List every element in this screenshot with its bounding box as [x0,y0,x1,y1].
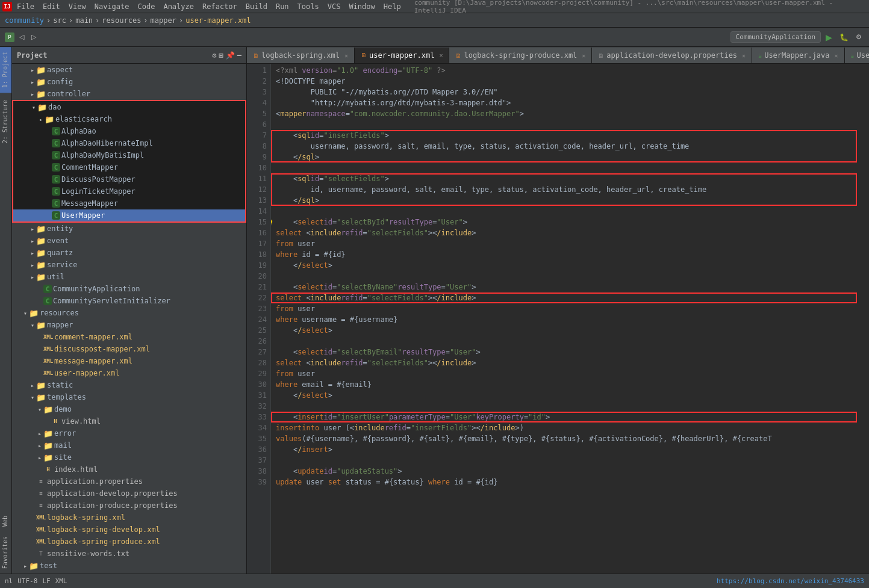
sidebar-item-quartz[interactable]: ▸📁quartz [12,247,246,259]
sidebar-item-mapper[interactable]: ▾📁mapper [12,319,246,331]
code-line-38[interactable]: <update id="updateStatus"> [276,466,869,477]
sidebar-content[interactable]: ▸📁aspect▸📁config▸📁controller▾📁dao▸📁elast… [12,64,246,574]
breadcrumb-main[interactable]: main [75,16,93,25]
sidebar-item-discusspost-mapper-xml[interactable]: XMLdiscusspost-mapper.xml [12,343,246,355]
menu-run[interactable]: Run [272,1,293,12]
sidebar-item-view-html[interactable]: Hview.html [12,415,246,427]
code-line-4[interactable]: "http://mybatis.org/dtd/mybatis-3-mapper… [276,97,869,108]
code-line-2[interactable]: <!DOCTYPE mapper [276,76,869,87]
sidebar-item-dao[interactable]: ▾📁dao [13,101,245,113]
menu-analyze[interactable]: Analyze [160,1,198,12]
tab-close-application-develop[interactable]: ✕ [742,52,746,59]
sidebar-item-alphadaomybatisimpl[interactable]: CAlphaDaoMyBatisImpl [13,149,245,161]
code-line-27[interactable]: <select id="selectByEmail" resultType="U… [276,347,869,357]
toolbar-back-btn[interactable]: ◁ [17,32,26,42]
sidebar-item-application-properties[interactable]: ≡application.properties [12,475,246,487]
sidebar-item-templates[interactable]: ▾📁templates [12,391,246,403]
code-line-15[interactable]: <select id="selectById" resultType="User… [276,217,869,227]
menu-vcs[interactable]: VCS [324,1,344,12]
tab-close-usermapper-java[interactable]: ✕ [835,52,838,59]
sidebar-pin-icon[interactable]: 📌 [226,51,235,60]
menu-refactor[interactable]: Refactor [199,1,241,12]
bulb-icon[interactable]: 💡 [271,218,274,229]
sidebar-item-logback-spring-xml[interactable]: XMLlogback-spring.xml [12,512,246,524]
sidebar-item-demo[interactable]: ▾📁demo [12,403,246,415]
sidebar-item-aspect[interactable]: ▸📁aspect [12,64,246,76]
tab-logback-spring[interactable]: 🗎 logback-spring.xml ✕ [247,48,355,63]
code-line-21[interactable]: <select id="selectByName" resultType="Us… [276,282,869,292]
sidebar-item-loginticketmapper[interactable]: CLoginTicketMapper [13,185,245,197]
code-line-31[interactable]: </select> [276,390,869,401]
code-line-32[interactable] [276,401,869,412]
code-line-14[interactable] [276,206,869,217]
sidebar-item-mail[interactable]: ▸📁mail [12,439,246,451]
tab-logback-produce[interactable]: 🗎 logback-spring-produce.xml ✕ [449,48,592,63]
code-line-29[interactable]: from user [276,368,869,379]
code-line-20[interactable] [276,271,869,282]
code-line-5[interactable]: <mapper namespace="com.nowcoder.communit… [276,108,869,119]
code-line-16[interactable]: select <include refid="selectFields"></i… [276,227,869,238]
sidebar-item-resources[interactable]: ▾📁resources [12,307,246,319]
sidebar-gear-icon[interactable]: ⚙ [212,51,216,60]
breadcrumb-file[interactable]: user-mapper.xml [185,16,251,25]
menu-edit[interactable]: Edit [39,1,64,12]
sidebar-item-controller[interactable]: ▸📁controller [12,88,246,100]
breadcrumb-src[interactable]: src [53,16,66,25]
sidebar-item-sensitive-words-txt[interactable]: Tsensitive-words.txt [12,548,246,560]
sidebar-layout-icon[interactable]: ⊞ [219,51,223,60]
debug-btn[interactable]: 🐛 [837,32,851,43]
code-line-24[interactable]: where username = #{username} [276,314,869,325]
code-area[interactable]: 1234567891011121314151617181920212223242… [247,64,869,574]
code-line-8[interactable]: username, password, salt, email, type, s… [276,141,869,152]
code-line-10[interactable] [276,162,869,173]
sidebar-item-event[interactable]: ▸📁event [12,235,246,247]
sidebar-item-site[interactable]: ▸📁site [12,451,246,463]
tab-close-logback[interactable]: ✕ [344,52,348,59]
structure-tab-vertical[interactable]: 2: Structure [0,95,11,148]
code-line-39[interactable]: update user set status = #{status} where… [276,477,869,487]
sidebar-item-util[interactable]: ▸📁util [12,271,246,283]
sidebar-item-application-develop-properties[interactable]: ≡application-develop.properties [12,487,246,500]
run-config-selector[interactable]: CommunityApplication [730,31,821,43]
tab-usermapper-java[interactable]: ☕ UserMapper.java ✕ [752,48,844,63]
menu-tools[interactable]: Tools [294,1,323,12]
project-tab-vertical[interactable]: 1: Project [0,47,11,93]
status-url[interactable]: https://blog.csdn.net/weixin_43746433 [717,577,864,585]
run-btn[interactable]: ▶ [823,31,835,43]
sidebar-item-target[interactable]: ▾📁target [12,572,246,574]
sidebar-item-error[interactable]: ▸📁error [12,427,246,439]
code-line-26[interactable] [276,336,869,347]
code-line-37[interactable] [276,455,869,466]
sidebar-item-index-html[interactable]: Hindex.html [12,463,246,475]
code-line-34[interactable]: insert into user (<include refid="insert… [276,422,869,433]
breadcrumb-mapper[interactable]: mapper [151,16,176,25]
breadcrumb-community[interactable]: community [5,16,44,25]
toolbar-forward-btn[interactable]: ▷ [29,32,39,42]
menu-file[interactable]: File [13,1,38,12]
menu-help[interactable]: Help [380,1,405,12]
code-line-11[interactable]: <sql id="selectFields"> [276,173,869,184]
sidebar-minimize-icon[interactable]: — [237,51,241,60]
menu-view[interactable]: View [65,1,90,12]
tab-close-user-mapper[interactable]: ✕ [439,52,443,58]
code-line-18[interactable]: where id = #{id} [276,249,869,260]
menu-code[interactable]: Code [134,1,159,12]
sidebar-item-entity[interactable]: ▸📁entity [12,223,246,235]
code-line-36[interactable]: </insert> [276,444,869,455]
web-tab-vertical[interactable]: Web [0,511,11,531]
sidebar-item-user-mapper-xml[interactable]: XMLuser-mapper.xml [12,367,246,379]
menu-navigate[interactable]: Navigate [91,1,133,12]
code-line-28[interactable]: select <include refid="selectFields"></i… [276,357,869,368]
favorites-tab-vertical[interactable]: Favorites [0,531,11,574]
code-line-7[interactable]: <sql id="insertFields"> [276,130,869,141]
code-line-23[interactable]: from user [276,303,869,314]
sidebar-item-static[interactable]: ▸📁static [12,379,246,391]
code-line-19[interactable]: </select> [276,260,869,271]
sidebar-item-logback-spring-develop-xml[interactable]: XMLlogback-spring-develop.xml [12,524,246,536]
code-line-30[interactable]: where email = #{email} [276,379,869,390]
sidebar-item-communityservletinitializer[interactable]: CCommunityServletInitializer [12,295,246,307]
sidebar-item-service[interactable]: ▸📁service [12,259,246,271]
sidebar-item-alphadao[interactable]: CAlphaDao [13,125,245,137]
breadcrumb-resources[interactable]: resources [102,16,141,25]
code-line-22[interactable]: select <include refid="selectFields"></i… [276,292,869,303]
